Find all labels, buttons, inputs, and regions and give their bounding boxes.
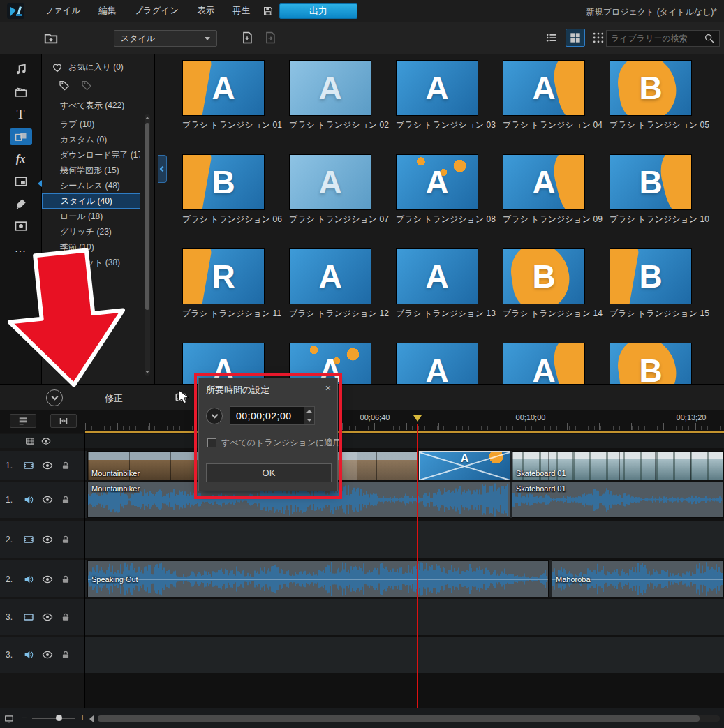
lock-icon[interactable] [61, 461, 71, 470]
transition-thumbnail[interactable]: A [396, 60, 478, 116]
transition-thumbnail[interactable]: A [396, 343, 478, 384]
sidebar-item[interactable]: 幾何学図形 (15) [42, 163, 140, 178]
transition-thumbnail[interactable]: A [503, 154, 585, 210]
eye-icon[interactable] [42, 534, 53, 545]
eye-icon[interactable] [42, 649, 53, 660]
apply-all-checkbox[interactable] [207, 438, 216, 447]
title-room-button[interactable]: T [10, 106, 32, 123]
scroll-left-arrow[interactable] [89, 715, 94, 722]
eye-icon[interactable] [42, 494, 53, 505]
transition-thumbnail[interactable]: B [503, 248, 585, 304]
transition-thumbnail[interactable]: A [289, 248, 371, 304]
zoom-in-icon[interactable]: + [80, 712, 85, 723]
grid-view-button[interactable] [566, 29, 585, 47]
transition-thumbnail[interactable]: A [396, 248, 478, 304]
transition-thumbnail[interactable]: A [396, 154, 478, 210]
video-track-3[interactable] [85, 599, 724, 635]
library-item[interactable]: A [396, 343, 478, 384]
sidebar-item[interactable]: ロール (18) [42, 209, 140, 224]
clip-skateboard-audio[interactable]: Skateboard 01 [512, 482, 724, 518]
transition-thumbnail[interactable]: A [289, 60, 371, 116]
zoom-out-icon[interactable]: − [21, 712, 27, 723]
audio-track-icon[interactable] [23, 574, 34, 585]
video-track-icon[interactable] [23, 611, 34, 623]
zoom-slider-handle[interactable] [56, 715, 62, 721]
transition-thumbnail[interactable]: B [610, 343, 692, 384]
overlay-room-button[interactable] [10, 173, 32, 190]
transition-thumbnail[interactable]: A [182, 60, 265, 116]
produce-button[interactable]: 出力 [279, 3, 357, 19]
eye-icon[interactable] [42, 574, 53, 585]
library-item[interactable]: Bブラシ トランジション 10 [610, 154, 692, 225]
scrollbar-thumb[interactable] [145, 123, 149, 310]
list-view-button[interactable] [545, 31, 559, 45]
clip-speaking-out-audio[interactable]: Speaking Out [87, 560, 549, 597]
eye-icon[interactable] [42, 611, 53, 623]
clip-transition-selected[interactable]: A [419, 451, 510, 480]
transition-thumbnail[interactable]: B [610, 248, 692, 304]
clip-skateboard-video[interactable]: Skateboard 01 [512, 451, 724, 480]
playhead-marker-icon[interactable] [413, 415, 422, 422]
transition-thumbnail[interactable]: B [182, 154, 265, 210]
import-file-button[interactable] [240, 31, 254, 45]
export-file-button[interactable] [263, 31, 277, 45]
library-item[interactable]: Rブラシ トランジション 11 [182, 248, 265, 320]
audio-track-icon[interactable] [23, 649, 34, 660]
sidebar-item[interactable]: スタイル (40) [42, 193, 140, 209]
video-track-icon[interactable] [23, 534, 34, 545]
library-item[interactable]: Aブラシ トランジション 03 [396, 60, 478, 131]
library-item[interactable]: Bブラシ トランジション 05 [610, 60, 692, 131]
video-track-1[interactable]: Mountainbiker A Skateboard 01 [85, 451, 724, 480]
library-item[interactable]: Aブラシ トランジション 12 [289, 248, 371, 320]
library-item[interactable]: Aブラシ トランジション 08 [396, 154, 478, 225]
video-track-icon[interactable] [23, 460, 34, 471]
sidebar-item[interactable]: ダウンロード完了 (176) [42, 147, 140, 163]
film-icon[interactable] [25, 436, 35, 446]
media-room-button[interactable] [10, 61, 32, 78]
zoom-slider[interactable] [32, 718, 75, 719]
thumbnail-size-button[interactable] [591, 31, 605, 45]
audio-track-1[interactable]: Mountainbiker Skateboard 01 [85, 482, 724, 518]
sidebar-item[interactable]: カスタム (0) [42, 132, 140, 147]
transition-room-button[interactable] [10, 128, 32, 145]
lock-icon[interactable] [61, 495, 71, 505]
spin-down-button[interactable] [304, 416, 314, 425]
library-item[interactable]: Bブラシ トランジション 06 [182, 154, 265, 225]
tag-outline-icon[interactable] [81, 80, 92, 91]
audio-track-3[interactable] [85, 637, 724, 673]
duration-input[interactable]: 00;00;02;00 [230, 406, 315, 425]
lock-icon[interactable] [61, 535, 71, 544]
sidebar-item[interactable]: ラブ (10) [42, 117, 140, 132]
particle-room-button[interactable] [10, 195, 32, 212]
menu-item[interactable]: ファイル [36, 5, 89, 17]
eye-icon[interactable] [41, 436, 51, 446]
close-icon[interactable]: × [325, 382, 331, 394]
library-item[interactable]: Bブラシ トランジション 14 [503, 248, 585, 320]
menu-item[interactable]: 再生 [223, 5, 259, 17]
mask-room-button[interactable] [10, 218, 32, 235]
lock-icon[interactable] [61, 650, 71, 660]
expand-library-button[interactable] [46, 389, 63, 406]
timeline-scrollbar[interactable] [98, 715, 720, 722]
ok-button[interactable]: OK [206, 463, 332, 482]
marker-track[interactable] [85, 434, 724, 448]
library-item[interactable]: Aブラシ トランジション 01 [182, 60, 265, 131]
library-item[interactable]: Aブラシ トランジション 09 [503, 154, 585, 225]
sidebar-scrollbar[interactable] [145, 114, 150, 376]
transition-thumbnail[interactable]: A [503, 60, 585, 116]
category-dropdown[interactable]: スタイル [114, 30, 217, 47]
eye-icon[interactable] [42, 460, 53, 471]
lock-icon[interactable] [61, 612, 71, 622]
timeline-ruler[interactable]: 00;06;4000;10;0000;13;20 [85, 412, 724, 430]
library-item[interactable]: Aブラシ トランジション 13 [396, 248, 478, 320]
search-input[interactable] [611, 34, 701, 43]
transition-thumbnail[interactable]: A [289, 154, 371, 210]
effect-room-button[interactable]: fx [10, 151, 32, 168]
transition-thumbnail[interactable]: A [503, 343, 585, 384]
show-all-filter[interactable]: すべて表示 (422) [42, 91, 154, 117]
library-item[interactable]: Bブラシ トランジション 15 [610, 248, 692, 320]
template-room-button[interactable] [10, 84, 32, 101]
menu-item[interactable]: 表示 [188, 5, 223, 17]
favorites-filter[interactable]: お気に入り (0) [42, 54, 154, 73]
library-item[interactable]: Aブラシ トランジション 04 [503, 60, 585, 131]
